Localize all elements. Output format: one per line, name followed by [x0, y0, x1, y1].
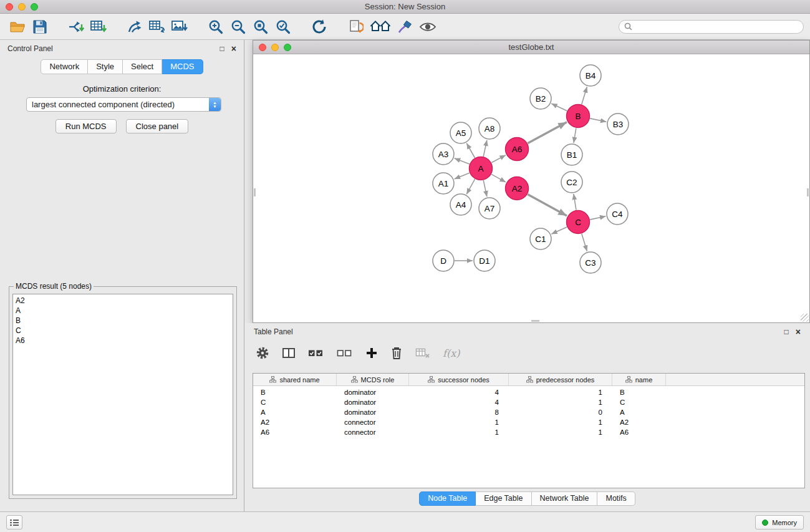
graphics-details-button[interactable]	[394, 16, 417, 38]
node-D[interactable]: D	[433, 250, 454, 271]
import-network-button[interactable]	[65, 16, 87, 38]
edge-C-C2[interactable]	[574, 194, 576, 210]
import-table-button[interactable]	[87, 16, 110, 38]
resize-grip-left[interactable]	[254, 188, 256, 196]
open-session-button[interactable]	[6, 16, 29, 38]
node-C2[interactable]: C2	[561, 172, 582, 193]
zoom-fit-button[interactable]	[249, 16, 272, 38]
node-A3[interactable]: A3	[433, 143, 454, 165]
delete-column-button[interactable]	[390, 346, 403, 360]
close-panel-icon[interactable]: ×	[231, 44, 236, 53]
column-header-successor-nodes[interactable]: successor nodes	[409, 374, 509, 385]
close-window-button[interactable]	[6, 3, 13, 11]
column-header-predecessor-nodes[interactable]: predecessor nodes	[509, 374, 612, 385]
zoom-out-button[interactable]	[227, 16, 249, 38]
search-input[interactable]	[635, 22, 798, 31]
node-table[interactable]: shared nameMCDS rolesuccessor nodesprede…	[253, 373, 805, 488]
node-A4[interactable]: A4	[450, 194, 471, 215]
float-panel-icon[interactable]: □	[220, 45, 224, 52]
mcds-result-list[interactable]: A2ABCA6	[12, 294, 233, 495]
result-item[interactable]: A2	[16, 296, 230, 306]
export-network-button[interactable]	[123, 16, 146, 38]
show-hide-button[interactable]	[417, 16, 439, 38]
node-C1[interactable]: C1	[530, 228, 551, 249]
edge-A-A4[interactable]	[466, 179, 475, 194]
node-B[interactable]: B	[567, 105, 590, 128]
node-A5[interactable]: A5	[450, 122, 471, 143]
result-item[interactable]: C	[16, 326, 230, 336]
result-item[interactable]: A6	[16, 336, 230, 346]
close-panel-button[interactable]: Close panel	[126, 119, 189, 133]
node-A2[interactable]: A2	[506, 177, 529, 200]
float-table-panel-icon[interactable]: □	[784, 328, 789, 336]
tab-edge-table[interactable]: Edge Table	[476, 491, 531, 506]
function-builder-button[interactable]: f(x)	[443, 347, 460, 359]
resize-corner-handle[interactable]	[801, 314, 809, 322]
network-canvas[interactable]: B4B2BB3A8A5A6A3B1AC2A1A2A4A7C4CC1DD1C3	[253, 54, 809, 322]
memory-button[interactable]: Memory	[755, 515, 804, 530]
column-header-name[interactable]: name	[612, 374, 666, 385]
resize-grip-bottom[interactable]	[531, 320, 539, 322]
column-header-MCDS-role[interactable]: MCDS role	[337, 374, 409, 385]
create-column-button[interactable]	[365, 347, 378, 359]
zoom-in-button[interactable]	[205, 16, 227, 38]
node-C[interactable]: C	[567, 211, 590, 234]
close-table-panel-icon[interactable]: ×	[796, 327, 801, 336]
select-all-columns-button[interactable]	[308, 347, 324, 359]
node-B3[interactable]: B3	[607, 114, 629, 135]
criterion-dropdown[interactable]: largest connected component (directed) ▲…	[26, 97, 221, 112]
edge-B-B1[interactable]	[574, 128, 576, 143]
tab-network-table[interactable]: Network Table	[532, 491, 598, 506]
network-graph[interactable]: B4B2BB3A8A5A6A3B1AC2A1A2A4A7C4CC1DD1C3	[253, 54, 809, 322]
tab-node-table[interactable]: Node Table	[419, 491, 476, 506]
tab-mcds[interactable]: MCDS	[162, 59, 203, 74]
tab-select[interactable]: Select	[123, 59, 162, 74]
edge-A-A1[interactable]	[455, 173, 470, 179]
tab-style[interactable]: Style	[88, 59, 123, 74]
network-window-titlebar[interactable]: testGlobe.txt	[253, 41, 809, 54]
minimize-window-button[interactable]	[18, 3, 26, 11]
first-neighbors-button[interactable]	[367, 16, 394, 38]
edge-C-C3[interactable]	[582, 234, 587, 251]
export-image-button[interactable]	[168, 16, 191, 38]
refresh-layout-button[interactable]	[308, 16, 330, 38]
network-minimize-button[interactable]	[271, 44, 279, 51]
node-D1[interactable]: D1	[474, 250, 495, 271]
edge-A-A5[interactable]	[466, 143, 475, 158]
window-titlebar[interactable]: Session: New Session	[0, 0, 810, 14]
tab-motifs[interactable]: Motifs	[597, 491, 635, 506]
unselect-all-columns-button[interactable]	[337, 347, 353, 359]
edge-B-B2[interactable]	[551, 104, 567, 111]
edge-A-A6[interactable]	[491, 155, 506, 163]
node-A8[interactable]: A8	[479, 118, 500, 139]
show-columns-button[interactable]	[282, 346, 296, 360]
task-history-button[interactable]	[6, 515, 22, 530]
node-C4[interactable]: C4	[607, 203, 628, 225]
node-B2[interactable]: B2	[530, 88, 551, 109]
edge-C-C1[interactable]	[551, 227, 567, 234]
node-C3[interactable]: C3	[580, 252, 601, 273]
node-B1[interactable]: B1	[561, 144, 582, 165]
node-A6[interactable]: A6	[506, 138, 529, 161]
table-row[interactable]: A2connector11A2	[253, 417, 804, 427]
node-B4[interactable]: B4	[580, 65, 601, 86]
delete-table-button[interactable]	[415, 347, 430, 359]
network-close-button[interactable]	[259, 44, 266, 51]
save-session-button[interactable]	[29, 16, 51, 38]
edge-A2-C[interactable]	[528, 194, 567, 216]
edge-B-B3[interactable]	[590, 118, 606, 122]
table-settings-button[interactable]	[256, 346, 269, 360]
table-row[interactable]: Cdominator41C	[253, 397, 804, 407]
node-A1[interactable]: A1	[433, 173, 454, 194]
edge-A-A3[interactable]	[455, 158, 470, 164]
edge-A-A7[interactable]	[483, 180, 487, 196]
zoom-selected-button[interactable]	[272, 16, 294, 38]
edge-A6-B[interactable]	[528, 122, 567, 143]
run-mcds-button[interactable]: Run MCDS	[55, 119, 117, 133]
manage-networks-button[interactable]	[344, 16, 367, 38]
tab-network[interactable]: Network	[41, 59, 88, 74]
column-header-shared-name[interactable]: shared name	[253, 374, 337, 385]
resize-grip-right[interactable]	[807, 188, 809, 196]
edge-C-C4[interactable]	[590, 216, 605, 220]
edge-A-A8[interactable]	[483, 140, 487, 157]
